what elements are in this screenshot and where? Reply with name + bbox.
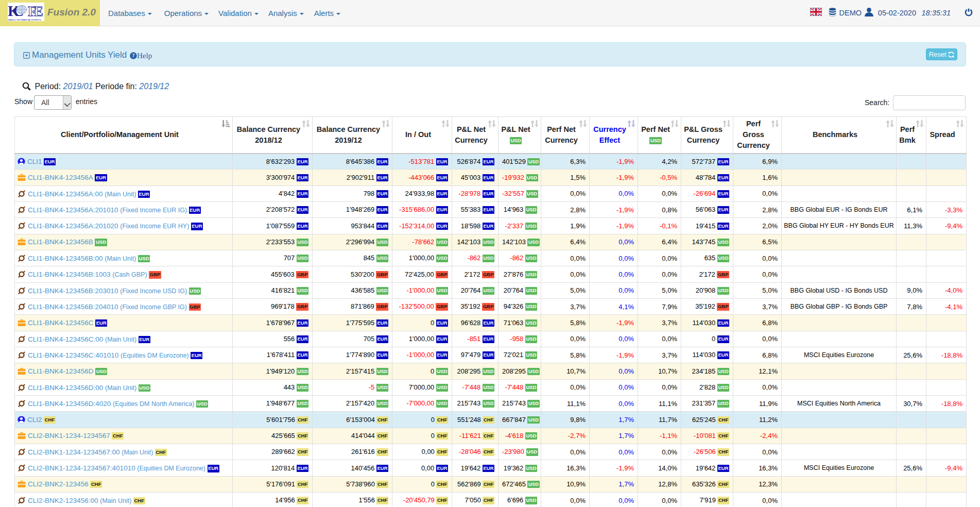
svg-text:?: ? [132, 53, 135, 58]
svg-text:KAHN & CIE FINANCIAL EXPERTS: KAHN & CIE FINANCIAL EXPERTS [8, 19, 41, 21]
svg-text:E: E [34, 4, 43, 19]
